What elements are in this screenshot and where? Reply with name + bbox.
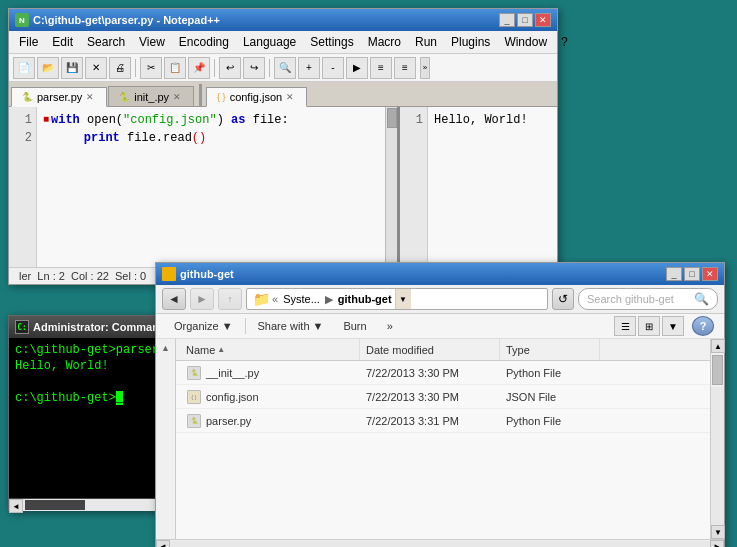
explorer-maximize[interactable]: □ — [684, 267, 700, 281]
tab-parser-py[interactable]: 🐍 parser.py ✕ — [11, 87, 107, 107]
toolbar-paste[interactable]: 📌 — [188, 57, 210, 79]
toolbar-cut[interactable]: ✂ — [140, 57, 162, 79]
col-header-date[interactable]: Date modified — [360, 339, 500, 360]
up-button[interactable]: ↑ — [218, 288, 242, 310]
menu-window[interactable]: Window — [498, 33, 553, 51]
view-list-button[interactable]: ☰ — [614, 316, 636, 336]
address-dropdown[interactable]: ▼ — [395, 289, 411, 309]
refresh-button[interactable]: ↺ — [552, 288, 574, 310]
more-button[interactable]: » — [379, 318, 401, 334]
toolbar-zoom-in[interactable]: + — [298, 57, 320, 79]
col-header-name[interactable]: Name ▲ — [180, 339, 360, 360]
breadcrumb-syste[interactable]: Syste... — [280, 293, 323, 305]
toolbar-zoom-out[interactable]: - — [322, 57, 344, 79]
line-num-1: 1 — [13, 111, 32, 129]
code-content-left[interactable]: ■ with open("config.json") as file: prin… — [37, 107, 385, 267]
help-button[interactable]: ? — [692, 316, 714, 336]
view-tiles-button[interactable]: ⊞ — [638, 316, 660, 336]
address-field[interactable]: 📁 « Syste... ▶ github-get ▼ — [246, 288, 548, 310]
tab-parser-py-close[interactable]: ✕ — [86, 92, 96, 102]
burn-label: Burn — [343, 320, 366, 332]
hscroll-track[interactable] — [170, 541, 710, 548]
menu-encoding[interactable]: Encoding — [173, 33, 235, 51]
vscroll-up[interactable]: ▲ — [711, 339, 725, 353]
toolbar-new[interactable]: 📄 — [13, 57, 35, 79]
pane-divider[interactable] — [199, 84, 202, 106]
menu-settings[interactable]: Settings — [304, 33, 359, 51]
toolbar-redo[interactable]: ↪ — [243, 57, 265, 79]
vscroll-down[interactable]: ▼ — [711, 525, 725, 539]
explorer-close[interactable]: ✕ — [702, 267, 718, 281]
menu-edit[interactable]: Edit — [46, 33, 79, 51]
back-button[interactable]: ◄ — [162, 288, 186, 310]
file-type-init: Python File — [500, 367, 600, 379]
tab-config-json-close[interactable]: ✕ — [286, 92, 296, 102]
maximize-button[interactable]: □ — [517, 13, 533, 27]
search-box[interactable]: Search github-get 🔍 — [578, 288, 718, 310]
code-text-r1: Hello, World! — [434, 111, 528, 129]
file-icon-parser: 🐍 — [186, 413, 202, 429]
file-row-config[interactable]: { } config.json 7/22/2013 3:30 PM JSON F… — [176, 385, 710, 409]
code-line-2: print file.read() — [43, 129, 379, 147]
toolbar-save[interactable]: 💾 — [61, 57, 83, 79]
file-type-config: JSON File — [500, 391, 600, 403]
toolbar-overflow[interactable]: » — [420, 57, 430, 79]
explorer-app-icon — [162, 267, 176, 281]
menu-search[interactable]: Search — [81, 33, 131, 51]
menu-file[interactable]: File — [13, 33, 44, 51]
tab-parser-py-label: parser.py — [37, 91, 82, 103]
explorer-minimize[interactable]: _ — [666, 267, 682, 281]
menu-view[interactable]: View — [133, 33, 171, 51]
scrollbar-left[interactable] — [385, 107, 397, 267]
editor-pane-left: 1 2 ■ with open("config.json") as file: … — [9, 107, 397, 267]
toolbar-close[interactable]: ✕ — [85, 57, 107, 79]
cmd-hscroll-left[interactable]: ◄ — [9, 499, 23, 513]
share-with-button[interactable]: Share with ▼ — [250, 318, 332, 334]
toolbar-more-2[interactable]: ≡ — [394, 57, 416, 79]
tab-config-json[interactable]: { } config.json ✕ — [206, 87, 307, 107]
view-dropdown[interactable]: ▼ — [662, 316, 684, 336]
breadcrumb-sep-1: « — [272, 293, 278, 305]
toolbar-copy[interactable]: 📋 — [164, 57, 186, 79]
organize-button[interactable]: Organize ▼ — [166, 318, 241, 334]
file-name-init: 🐍 __init__.py — [180, 365, 360, 381]
tab-init-py-close[interactable]: ✕ — [173, 92, 183, 102]
toolbar-sep-1 — [245, 318, 246, 334]
toolbar-print[interactable]: 🖨 — [109, 57, 131, 79]
toolbar-find[interactable]: 🔍 — [274, 57, 296, 79]
burn-button[interactable]: Burn — [335, 318, 374, 334]
code-content-right[interactable]: Hello, World! — [428, 107, 557, 267]
explorer-hscrollbar[interactable]: ◄ ► — [156, 539, 724, 547]
toolbar-macro[interactable]: ▶ — [346, 57, 368, 79]
file-row-init[interactable]: 🐍 __init__.py 7/22/2013 3:30 PM Python F… — [176, 361, 710, 385]
share-with-arrow: ▼ — [313, 320, 324, 332]
col-header-type[interactable]: Type — [500, 339, 600, 360]
code-text-2: print file.read() — [55, 129, 206, 147]
file-name-parser: 🐍 parser.py — [180, 413, 360, 429]
toolbar-more-1[interactable]: ≡ — [370, 57, 392, 79]
menu-plugins[interactable]: Plugins — [445, 33, 496, 51]
hscroll-left[interactable]: ◄ — [156, 540, 170, 548]
menu-help[interactable]: ? — [555, 33, 574, 51]
vscroll-track[interactable] — [711, 387, 724, 525]
scroll-thumb-left[interactable] — [387, 108, 397, 128]
breadcrumb-github-get[interactable]: github-get — [335, 293, 395, 305]
menu-run[interactable]: Run — [409, 33, 443, 51]
toolbar-undo[interactable]: ↩ — [219, 57, 241, 79]
toolbar-open[interactable]: 📂 — [37, 57, 59, 79]
menu-language[interactable]: Language — [237, 33, 302, 51]
explorer-vscrollbar[interactable]: ▲ ▼ — [710, 339, 724, 539]
cmd-hscroll-thumb[interactable] — [25, 500, 85, 510]
close-button[interactable]: ✕ — [535, 13, 551, 27]
left-panel-scroll[interactable]: ▲ — [161, 343, 170, 353]
hscroll-right[interactable]: ► — [710, 540, 724, 548]
minimize-button[interactable]: _ — [499, 13, 515, 27]
menu-macro[interactable]: Macro — [362, 33, 407, 51]
tab-init-py[interactable]: 🐍 init_.py ✕ — [108, 86, 194, 106]
vscroll-thumb[interactable] — [712, 355, 723, 385]
file-row-parser[interactable]: 🐍 parser.py 7/22/2013 3:31 PM Python Fil… — [176, 409, 710, 433]
search-icon: 🔍 — [694, 292, 709, 306]
file-type-parser: Python File — [500, 415, 600, 427]
address-breadcrumb: 📁 « Syste... ▶ github-get — [253, 291, 395, 307]
forward-button[interactable]: ► — [190, 288, 214, 310]
